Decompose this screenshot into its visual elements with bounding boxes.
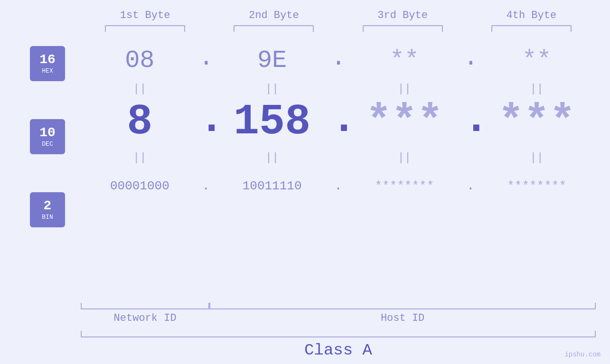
eq2-1: || (81, 151, 199, 164)
bottom-brackets-row (81, 303, 596, 309)
outer-bottom-bracket-row (81, 331, 596, 337)
byte-label-2: 2nd Byte (209, 9, 338, 21)
bracket-line-3 (363, 25, 443, 32)
bin-row: 00001000 . 10011110 . ******** . *******… (81, 169, 596, 203)
badge-dec: 10 DEC (30, 119, 65, 154)
badge-hex: 16 HEX (30, 46, 65, 81)
dec-row: 8 . 158 . *** . *** (81, 98, 596, 146)
dot-hex-2: . (331, 44, 346, 72)
hex-row: 08 . 9E . ** . ** (81, 41, 596, 79)
dot-dec-3: . (463, 96, 478, 146)
badges-column: 16 HEX 10 DEC 2 BIN (14, 41, 81, 227)
bracket-line-1 (105, 25, 185, 32)
bracket-line-2 (234, 25, 314, 32)
eq2-3: || (346, 151, 464, 164)
dot-bin-3: . (463, 179, 478, 193)
hex-val-1: 08 (81, 47, 199, 75)
dot-bin-2: . (331, 179, 346, 193)
bracket-line-4 (491, 25, 572, 32)
bracket-4 (467, 25, 596, 32)
eq-3: || (346, 83, 464, 95)
class-label-row: Class A (81, 341, 596, 359)
byte-label-4: 4th Byte (467, 9, 596, 21)
badge-dec-label: DEC (42, 140, 53, 148)
dot-dec-1: . (199, 96, 213, 146)
hex-val-3: ** (346, 47, 464, 75)
bracket-2 (209, 25, 338, 32)
content-area: 16 HEX 10 DEC 2 BIN 08 . 9E . ** . ** (14, 41, 596, 299)
host-bracket (209, 303, 596, 309)
eq-1: || (81, 83, 199, 95)
dec-val-3: *** (346, 98, 464, 146)
bracket-1 (81, 25, 209, 32)
eq2-4: || (478, 151, 596, 164)
eq-2: || (213, 83, 331, 95)
eq-4: || (478, 83, 596, 95)
byte-label-3: 3rd Byte (338, 9, 467, 21)
hex-val-4: ** (478, 47, 596, 75)
byte-label-1: 1st Byte (81, 9, 209, 21)
class-label: Class A (304, 341, 372, 359)
main-container: 1st Byte 2nd Byte 3rd Byte 4th Byte 16 H… (0, 0, 610, 364)
data-columns: 08 . 9E . ** . ** || || || || 8 . (81, 41, 596, 203)
bracket-3 (338, 25, 467, 32)
dec-val-4: *** (478, 98, 596, 146)
bin-val-2: 10011110 (213, 179, 331, 193)
badge-dec-num: 10 (39, 126, 56, 140)
dot-hex-3: . (463, 44, 478, 72)
labels-row: Network ID Host ID (81, 312, 596, 324)
badge-bin: 2 BIN (30, 192, 65, 227)
hex-val-2: 9E (213, 47, 331, 75)
dot-hex-1: . (199, 44, 213, 72)
badge-hex-label: HEX (42, 67, 53, 75)
top-bracket-row (14, 25, 596, 32)
bin-val-3: ******** (346, 179, 464, 193)
badge-bin-num: 2 (44, 199, 52, 214)
network-id-label: Network ID (81, 312, 209, 324)
bin-val-4: ******** (478, 179, 596, 193)
byte-labels-row: 1st Byte 2nd Byte 3rd Byte 4th Byte (14, 9, 596, 21)
dec-val-1: 8 (81, 98, 199, 146)
watermark: ipshu.com (564, 351, 601, 358)
host-id-label: Host ID (209, 312, 596, 324)
bottom-area: Network ID Host ID Class A (14, 303, 596, 359)
dot-bin-1: . (199, 179, 213, 193)
outer-bottom-bracket (81, 331, 596, 337)
badge-bin-label: BIN (42, 214, 53, 221)
equals-row-2: || || || || (81, 146, 596, 169)
dec-val-2: 158 (213, 98, 331, 146)
badge-hex-num: 16 (39, 53, 56, 67)
bin-val-1: 00001000 (81, 179, 199, 193)
dot-dec-2: . (331, 96, 346, 146)
net-bracket (81, 303, 209, 309)
eq2-2: || (213, 151, 331, 164)
